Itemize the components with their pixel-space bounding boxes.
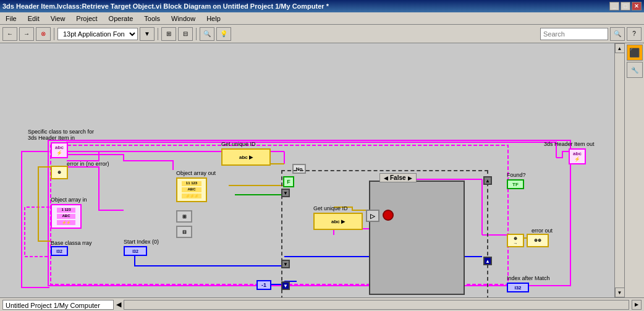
header-item-out-terminal[interactable]: abc⚡ [569, 148, 586, 164]
font-selector[interactable]: 13pt Application Font [57, 28, 138, 40]
error-out-label: error out [532, 228, 553, 234]
scroll-up-button[interactable]: ▲ [615, 43, 625, 53]
tunnel-right-top: ▲ [483, 176, 492, 185]
toolbar: ← → ⊗ 13pt Application Font ▼ ⊞ ⊟ 🔍 💡 🔍 … [0, 25, 644, 43]
found-terminal[interactable]: TF [507, 179, 524, 189]
separator-2 [158, 28, 158, 40]
horizontal-scrollbar[interactable] [124, 300, 629, 310]
scroll-track[interactable] [615, 53, 624, 288]
zoom-button[interactable]: 🔍 [200, 27, 214, 41]
base-class-array-terminal[interactable]: I32 [51, 246, 68, 256]
array-index-func-1[interactable]: ⊞ [176, 210, 192, 223]
status-text: Untitled Project 1/My Computer [2, 300, 114, 310]
status-arrow[interactable]: ◀ [116, 300, 121, 309]
minus-one-constant[interactable]: -1 [256, 280, 271, 290]
search-icon-button[interactable]: 🔍 [610, 27, 625, 41]
window-title: 3ds Header Item.lvclass:Retrieve Target … [2, 2, 329, 10]
main-area: Specific class to search for3ds Header I… [0, 43, 644, 297]
found-label: Found? [507, 172, 526, 178]
menu-window[interactable]: Window [168, 14, 198, 23]
case-structure[interactable]: ◀ False ▶ [369, 181, 465, 295]
object-array-out-block[interactable]: 11 123 ABC ⚡⚡⚡ [176, 177, 207, 202]
menu-edit[interactable]: Edit [25, 14, 43, 23]
back-button[interactable]: ← [2, 27, 17, 41]
align-button[interactable]: ⊞ [161, 27, 176, 41]
case-selector[interactable]: ◀ False ▶ [379, 173, 417, 182]
menu-project[interactable]: Project [73, 14, 100, 23]
get-unique-id-2-container: Get unique ID abc ▶ [313, 205, 363, 229]
index-after-match-terminal[interactable]: I32 [507, 283, 529, 292]
maximize-button[interactable]: □ [621, 2, 630, 11]
error-in-label: error in (no error) [67, 161, 109, 167]
error-in-terminal[interactable]: ⊕ [51, 166, 68, 179]
palette-panel: ⬛ 🔧 [624, 43, 644, 297]
object-array-in-label: Object array in [51, 197, 87, 203]
forward-button[interactable]: → [19, 27, 34, 41]
tunnel-right-bottom: ▲ [483, 257, 492, 265]
palette-item-2[interactable]: 🔧 [627, 62, 643, 78]
header-item-out-label: 3ds Header Item out [544, 141, 595, 147]
get-unique-id-1-block[interactable]: abc ▶ [221, 148, 271, 166]
vertical-scrollbar[interactable]: ▲ ▼ [614, 43, 624, 297]
menu-view[interactable]: View [48, 14, 69, 23]
canvas-area[interactable]: Specific class to search for3ds Header I… [0, 43, 614, 297]
abort-button[interactable]: ⊗ [36, 27, 51, 41]
minimize-button[interactable]: _ [609, 2, 619, 11]
stop-indicator [383, 210, 394, 221]
scroll-down-button[interactable]: ▼ [615, 288, 625, 297]
tunnel-top-left: ▼ [281, 189, 290, 197]
palette-item-1[interactable]: ⬛ [627, 45, 643, 61]
help-button[interactable]: ? [627, 27, 642, 41]
start-index-label: Start Index (0) [124, 239, 159, 245]
menu-help[interactable]: Help [203, 14, 224, 23]
index-after-match-label: Index after Match [507, 275, 550, 281]
separator-3 [196, 28, 197, 40]
start-index-terminal[interactable]: I32 [124, 246, 147, 256]
menu-operate[interactable]: Operate [106, 14, 137, 23]
menu-file[interactable]: File [2, 14, 20, 23]
specific-class-label: Specific class to search for3ds Header I… [28, 129, 94, 141]
get-unique-id-1-label: Get unique ID [221, 141, 256, 147]
scroll-right-button[interactable]: ▶ [632, 300, 642, 310]
tunnel-index: ▼ [281, 281, 290, 290]
title-bar-controls: _ □ ✕ [609, 2, 642, 11]
status-bar: Untitled Project 1/My Computer ◀ ▶ [0, 297, 644, 311]
get-unique-id-2-label: Get unique ID [313, 205, 363, 211]
separator-1 [54, 28, 54, 40]
error-out-terminal[interactable]: ⊕→ [507, 234, 524, 247]
highlight-button[interactable]: 💡 [216, 27, 231, 41]
title-bar: 3ds Header Item.lvclass:Retrieve Target … [0, 0, 644, 12]
menu-tools[interactable]: Tools [141, 14, 163, 23]
compare-func[interactable]: ▷ [366, 210, 379, 222]
object-array-out-label: Object array out [176, 170, 216, 176]
font-apply-button[interactable]: ▼ [140, 27, 155, 41]
search-input[interactable] [540, 28, 608, 40]
get-unique-id-2-block[interactable]: abc ▶ [313, 213, 363, 230]
distribute-button[interactable]: ⊟ [178, 27, 193, 41]
error-out-cluster[interactable]: ⊕⊕ [527, 234, 549, 247]
menu-bar: File Edit View Project Operate Tools Win… [0, 12, 644, 25]
for-loop-box[interactable]: ◀ False ▶ Get unique ID abc ▶ ▷ [281, 170, 488, 297]
close-button[interactable]: ✕ [632, 2, 642, 11]
base-class-array-label: Base classa rray [51, 240, 92, 246]
tunnel-bottom-left: ▼ [281, 260, 290, 268]
object-array-in-terminal[interactable]: 1 123 ABC ⚡⚡ [51, 204, 82, 229]
array-index-func-2[interactable]: ⊟ [176, 226, 192, 238]
specific-class-terminal[interactable]: abc⚡ [51, 142, 68, 158]
